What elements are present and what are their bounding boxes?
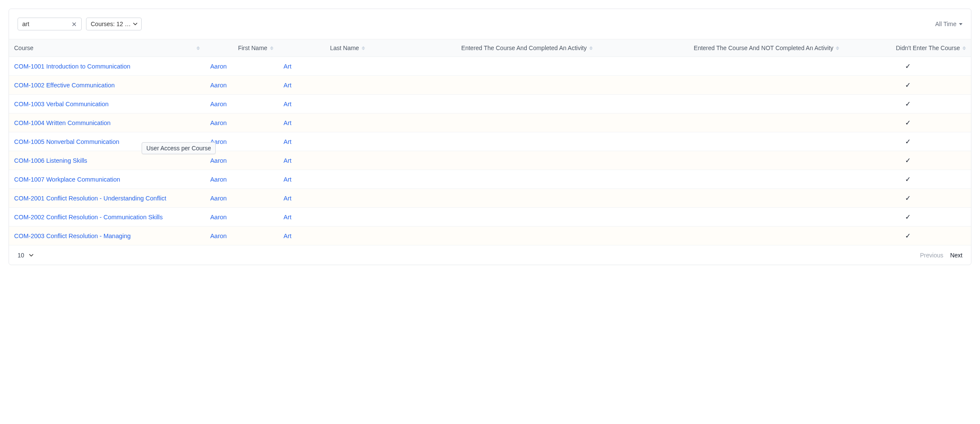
cell-entered-completed xyxy=(370,227,598,245)
table-header-row: Course First Name Last Name Entered The … xyxy=(9,39,971,57)
sort-icon xyxy=(589,46,593,50)
sort-icon xyxy=(962,46,966,50)
last-name-link[interactable]: Art xyxy=(284,233,292,239)
filter-bar: ✕ Courses: 12 o… All Time xyxy=(9,9,971,39)
table-row: COM-2003 Conflict Resolution - ManagingA… xyxy=(9,227,971,245)
last-name-link[interactable]: Art xyxy=(284,82,292,89)
table-footer: 10 Previous Next xyxy=(9,245,971,265)
cell-entered-not-completed xyxy=(598,113,844,132)
col-header-course[interactable]: Course xyxy=(9,39,205,57)
cell-entered-completed xyxy=(370,189,598,208)
pager: Previous Next xyxy=(920,252,962,259)
previous-button: Previous xyxy=(920,252,943,259)
table-row: COM-2001 Conflict Resolution - Understan… xyxy=(9,189,971,208)
cell-entered-not-completed xyxy=(598,76,844,95)
col-header-didnt-enter[interactable]: Didn't Enter The Course xyxy=(844,39,971,57)
last-name-link[interactable]: Art xyxy=(284,157,292,164)
col-header-first-name[interactable]: First Name xyxy=(205,39,278,57)
course-link[interactable]: COM-2001 Conflict Resolution - Understan… xyxy=(14,195,166,202)
course-link[interactable]: COM-1001 Introduction to Communication xyxy=(14,63,131,70)
cell-entered-completed xyxy=(370,208,598,227)
cell-entered-completed xyxy=(370,170,598,189)
cell-didnt-enter: ✓ xyxy=(844,57,971,76)
search-box: ✕ xyxy=(18,18,82,30)
first-name-link[interactable]: Aaron xyxy=(210,63,227,70)
sort-icon xyxy=(836,46,839,50)
time-filter-label: All Time xyxy=(935,21,956,27)
first-name-link[interactable]: Aaron xyxy=(210,157,227,164)
course-link[interactable]: COM-1004 Written Communication xyxy=(14,119,110,126)
cell-entered-completed xyxy=(370,76,598,95)
cell-didnt-enter: ✓ xyxy=(844,113,971,132)
cell-didnt-enter: ✓ xyxy=(844,189,971,208)
cell-didnt-enter: ✓ xyxy=(844,227,971,245)
report-panel: ✕ Courses: 12 o… All Time Course xyxy=(9,9,971,265)
col-header-entered-not-completed[interactable]: Entered The Course And NOT Completed An … xyxy=(598,39,844,57)
cell-entered-completed xyxy=(370,113,598,132)
table-row: COM-1004 Written CommunicationAaronArt✓ xyxy=(9,113,971,132)
table-row: COM-1007 Workplace CommunicationAaronArt… xyxy=(9,170,971,189)
first-name-link[interactable]: Aaron xyxy=(210,176,227,183)
cell-didnt-enter: ✓ xyxy=(844,132,971,151)
cell-entered-not-completed xyxy=(598,132,844,151)
table-row: COM-1002 Effective CommunicationAaronArt… xyxy=(9,76,971,95)
course-link[interactable]: COM-2002 Conflict Resolution - Communica… xyxy=(14,214,163,221)
clear-search-icon[interactable]: ✕ xyxy=(71,21,77,27)
course-link[interactable]: COM-1003 Verbal Communication xyxy=(14,101,109,107)
first-name-link[interactable]: Aaron xyxy=(210,214,227,221)
courses-filter-label: Courses: 12 o… xyxy=(91,21,133,27)
caret-down-icon xyxy=(959,23,962,25)
col-header-entered-completed[interactable]: Entered The Course And Completed An Acti… xyxy=(370,39,598,57)
last-name-link[interactable]: Art xyxy=(284,63,292,70)
cell-entered-not-completed xyxy=(598,57,844,76)
cell-entered-not-completed xyxy=(598,151,844,170)
cell-entered-completed xyxy=(370,132,598,151)
sort-icon xyxy=(270,46,273,50)
last-name-link[interactable]: Art xyxy=(284,138,292,145)
chevron-down-icon xyxy=(29,253,34,258)
first-name-link[interactable]: Aaron xyxy=(210,119,227,126)
first-name-link[interactable]: Aaron xyxy=(210,233,227,239)
table-wrap: Course First Name Last Name Entered The … xyxy=(9,39,971,245)
page-size-dropdown[interactable]: 10 xyxy=(18,252,34,259)
cell-entered-completed xyxy=(370,95,598,113)
last-name-link[interactable]: Art xyxy=(284,214,292,221)
last-name-link[interactable]: Art xyxy=(284,176,292,183)
cell-didnt-enter: ✓ xyxy=(844,151,971,170)
courses-filter-dropdown[interactable]: Courses: 12 o… xyxy=(86,18,142,30)
cell-entered-completed xyxy=(370,57,598,76)
cell-entered-not-completed xyxy=(598,95,844,113)
cell-entered-completed xyxy=(370,151,598,170)
table-row: COM-2002 Conflict Resolution - Communica… xyxy=(9,208,971,227)
cell-didnt-enter: ✓ xyxy=(844,95,971,113)
cell-entered-not-completed xyxy=(598,189,844,208)
last-name-link[interactable]: Art xyxy=(284,195,292,202)
first-name-link[interactable]: Aaron xyxy=(210,82,227,89)
page-size-value: 10 xyxy=(18,252,24,259)
next-button[interactable]: Next xyxy=(950,252,962,259)
cell-didnt-enter: ✓ xyxy=(844,76,971,95)
sort-icon xyxy=(362,46,365,50)
cell-entered-not-completed xyxy=(598,170,844,189)
last-name-link[interactable]: Art xyxy=(284,101,292,107)
time-filter-dropdown[interactable]: All Time xyxy=(935,21,962,27)
course-link[interactable]: COM-1005 Nonverbal Communication xyxy=(14,138,119,145)
course-link[interactable]: COM-1002 Effective Communication xyxy=(14,82,115,89)
cell-didnt-enter: ✓ xyxy=(844,170,971,189)
course-link[interactable]: COM-1007 Workplace Communication xyxy=(14,176,120,183)
cell-entered-not-completed xyxy=(598,227,844,245)
course-link[interactable]: COM-1006 Listening Skills xyxy=(14,157,87,164)
cell-entered-not-completed xyxy=(598,208,844,227)
first-name-link[interactable]: Aaron xyxy=(210,101,227,107)
search-input[interactable] xyxy=(22,21,71,27)
first-name-link[interactable]: Aaron xyxy=(210,195,227,202)
cell-didnt-enter: ✓ xyxy=(844,208,971,227)
chevron-down-icon xyxy=(133,21,138,27)
col-header-last-name[interactable]: Last Name xyxy=(279,39,370,57)
last-name-link[interactable]: Art xyxy=(284,119,292,126)
sort-icon xyxy=(196,46,200,50)
tooltip: User Access per Course xyxy=(142,142,216,154)
table-row: COM-1001 Introduction to CommunicationAa… xyxy=(9,57,971,76)
course-link[interactable]: COM-2003 Conflict Resolution - Managing xyxy=(14,233,131,239)
table-row: COM-1003 Verbal CommunicationAaronArt✓ xyxy=(9,95,971,113)
